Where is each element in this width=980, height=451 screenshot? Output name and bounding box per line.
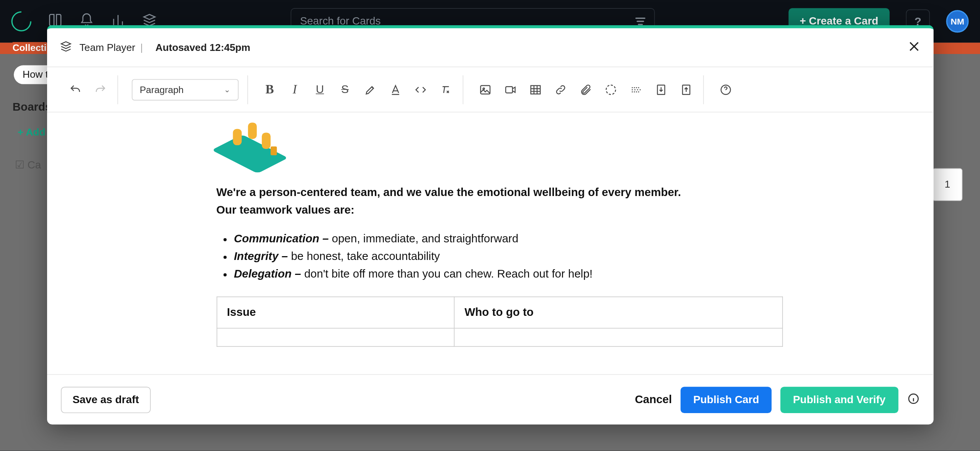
strikethrough-button[interactable]: S	[337, 81, 353, 98]
video-button[interactable]	[502, 81, 518, 98]
filter-icon[interactable]	[635, 18, 645, 25]
highlight-button[interactable]	[362, 81, 378, 98]
svg-rect-0	[480, 85, 490, 94]
svg-point-4	[606, 85, 616, 94]
card-editor-modal: Team Player | Autosaved 12:45pm Paragrap…	[47, 25, 933, 425]
divider-button[interactable]	[627, 81, 644, 98]
table-header-who: Who to go to	[454, 297, 782, 328]
undo-button[interactable]	[67, 81, 83, 98]
modal-footer: Save as draft Cancel Publish Card Publis…	[47, 374, 933, 424]
italic-button[interactable]: I	[287, 81, 303, 98]
table-button[interactable]	[527, 81, 544, 98]
text-color-button[interactable]	[387, 81, 403, 98]
bold-button[interactable]: B	[261, 81, 278, 98]
underline-button[interactable]: U	[312, 81, 328, 98]
list-item: Integrity – be honest, take accountabili…	[234, 248, 764, 265]
values-list: Communication – open, immediate, and str…	[216, 230, 764, 283]
link-button[interactable]	[552, 81, 568, 98]
intro-line-1: We're a person-centered team, and we val…	[216, 184, 764, 202]
svg-rect-2	[505, 87, 512, 93]
attachment-button[interactable]	[577, 81, 594, 98]
svg-rect-3	[531, 85, 540, 94]
close-button[interactable]	[907, 39, 921, 56]
image-button[interactable]	[477, 81, 493, 98]
guru-icon-button[interactable]	[603, 81, 619, 98]
save-draft-button[interactable]: Save as draft	[60, 386, 151, 413]
editor-toolbar: Paragraph⌄ B I U S	[47, 67, 933, 112]
clear-format-button[interactable]	[437, 81, 454, 98]
cancel-button[interactable]: Cancel	[635, 393, 672, 406]
info-icon[interactable]	[907, 392, 920, 407]
list-item: Communication – open, immediate, and str…	[234, 230, 764, 248]
list-item: Delegation – don't bite off more than yo…	[234, 265, 764, 283]
editor-content[interactable]: We're a person-centered team, and we val…	[47, 113, 933, 374]
editor-help-button[interactable]	[717, 81, 734, 98]
intro-line-2: Our teamwork values are:	[216, 201, 764, 219]
copy-in-button[interactable]	[653, 81, 669, 98]
contacts-table[interactable]: IssueWho to go to	[216, 297, 782, 347]
hero-illustration	[216, 124, 291, 173]
modal-header: Team Player | Autosaved 12:45pm	[47, 28, 933, 67]
autosave-status: Autosaved 12:45pm	[155, 42, 250, 53]
publish-card-button[interactable]: Publish Card	[681, 386, 772, 413]
code-button[interactable]	[412, 81, 429, 98]
copy-out-button[interactable]	[678, 81, 694, 98]
breadcrumb-board[interactable]: Team Player	[79, 42, 135, 53]
block-format-select[interactable]: Paragraph⌄	[132, 79, 238, 100]
publish-verify-button[interactable]: Publish and Verify	[781, 386, 898, 413]
board-icon	[59, 40, 72, 55]
redo-button[interactable]	[92, 81, 108, 98]
table-header-issue: Issue	[217, 297, 454, 328]
